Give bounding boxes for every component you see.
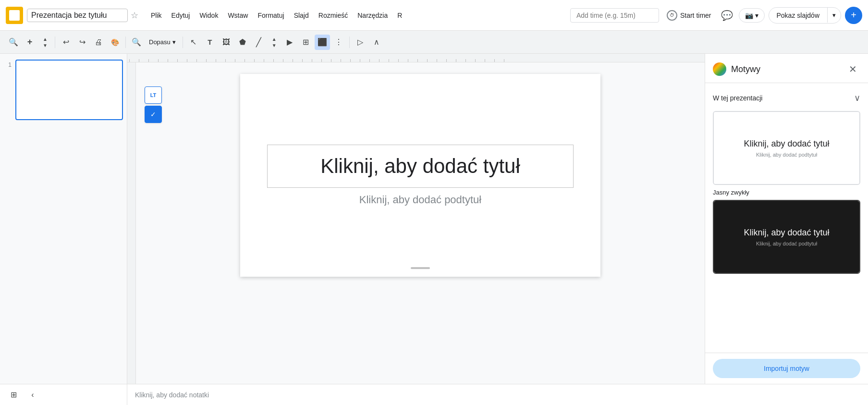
start-timer-label: Start timer	[680, 12, 711, 19]
menu-formatuj[interactable]: Formatuj	[253, 9, 289, 22]
ruler-tick	[379, 59, 389, 62]
cursor-tool-button[interactable]: ↖	[186, 35, 201, 50]
ruler-tick	[494, 59, 504, 62]
menu-edytuj[interactable]: Edytuj	[167, 9, 195, 22]
toolbar: 🔍 + ▲ ▼ ↩ ↪ 🖨 🎨 🔍 Dopasu ▾ ↖ T 🖼 ⬟ ╱ ▲ ▼…	[0, 31, 868, 54]
ruler-tick	[389, 59, 398, 62]
app-icon[interactable]	[6, 7, 23, 24]
collapse-panel-button[interactable]: ‹	[25, 387, 40, 403]
right-panel-themes: Motywy ✕ W tej prezentacji ∨ Kliknij, ab…	[705, 54, 868, 384]
section-title: W tej prezentacji	[713, 94, 762, 102]
line-tool-button[interactable]: ╱	[251, 35, 267, 50]
theme-light-title: Kliknij, aby dodać tytuł	[744, 139, 829, 149]
timer-area: ⏱ Start timer 💬 📷 ▾ Pokaz slajdów ▾ +	[570, 7, 862, 24]
right-panel-title: Motywy	[731, 64, 760, 74]
line-tool-arrows[interactable]: ▲ ▼	[268, 35, 281, 50]
comment-icon[interactable]: 💬	[719, 8, 735, 23]
timer-input[interactable]	[570, 8, 659, 23]
zoom-label: Dopasu	[149, 38, 171, 46]
menu-narzedzia[interactable]: Narzędzia	[353, 9, 392, 22]
ruler-tick	[245, 59, 254, 62]
align-tool-button[interactable]: ⬛	[315, 35, 330, 50]
ruler-tick	[302, 59, 312, 62]
bottom-left: ⊞ ‹	[0, 384, 127, 405]
right-panel-body: W tej prezentacji ∨ Kliknij, aby dodać t…	[705, 83, 868, 353]
slide-number: 1	[4, 61, 12, 68]
zoom-chevron-icon: ▾	[172, 38, 176, 46]
ruler-tick	[475, 59, 485, 62]
text-tool-button[interactable]: T	[202, 35, 218, 50]
theme-card-dark[interactable]: Kliknij, aby dodać tytuł Kliknij, aby do…	[713, 200, 860, 274]
section-chevron-icon: ∨	[854, 93, 860, 103]
undo-button[interactable]: ↩	[58, 35, 73, 50]
doc-title-input[interactable]	[27, 9, 128, 22]
menu-plik[interactable]: Plik	[146, 9, 167, 22]
menu-slajd[interactable]: Slajd	[289, 9, 314, 22]
slide-subtitle-text[interactable]: Kliknij, aby dodać podtytuł	[359, 194, 481, 206]
paint-format-button[interactable]: 🎨	[107, 35, 122, 50]
ruler-tick	[148, 59, 158, 62]
menu-wstaw[interactable]: Wstaw	[223, 9, 253, 22]
ruler-tick	[331, 59, 341, 62]
shapes-tool-button[interactable]: ⬟	[235, 35, 250, 50]
theme-card-light-preview: Kliknij, aby dodać tytuł Kliknij, aby do…	[714, 112, 859, 184]
video-tool-button[interactable]: ▶	[282, 35, 297, 50]
slide-main[interactable]: Kliknij, aby dodać tytuł Kliknij, aby do…	[240, 74, 600, 277]
ruler-tick	[408, 59, 417, 62]
ruler-tick	[446, 59, 456, 62]
slide-title-box[interactable]: Kliknij, aby dodać tytuł	[267, 145, 574, 188]
slide-thumbnail-1[interactable]	[15, 60, 123, 120]
import-theme-button[interactable]: Importuj motyw	[713, 359, 860, 378]
menu-widok[interactable]: Widok	[195, 9, 223, 22]
grid-view-button[interactable]: ⊞	[6, 387, 21, 403]
zoom-fit-button[interactable]: 🔍	[129, 35, 144, 50]
menu-r[interactable]: R	[392, 9, 407, 22]
ruler-tick	[196, 59, 206, 62]
separator-1	[55, 37, 55, 48]
ruler-marks-h	[127, 54, 513, 62]
ruler-horizontal	[127, 54, 705, 62]
ruler-tick	[177, 59, 187, 62]
ruler-tick	[360, 59, 369, 62]
close-right-panel-button[interactable]: ✕	[845, 61, 860, 77]
separator-3	[183, 37, 183, 48]
notes-area[interactable]: Kliknij, aby dodać notatki	[127, 391, 868, 399]
collapse-toolbar-button[interactable]: ∧	[369, 35, 384, 50]
slide-drag-handle	[411, 267, 430, 269]
app-icon-inner	[9, 10, 20, 21]
zoom-arrows[interactable]: ▲ ▼	[38, 35, 52, 50]
print-button[interactable]: 🖨	[91, 35, 106, 50]
add-user-button[interactable]: +	[845, 7, 862, 24]
table-tool-button[interactable]: ⊞	[298, 35, 314, 50]
theme-light-name: Jasny zwykły	[713, 189, 860, 196]
add-user-icon: +	[851, 10, 856, 21]
ruler-tick	[283, 59, 293, 62]
ruler-tick	[129, 59, 139, 62]
present-dropdown-button[interactable]: ▾	[827, 8, 841, 23]
ruler-vertical	[127, 62, 136, 384]
animate-button[interactable]: ▷	[353, 35, 368, 50]
lt-tool-button[interactable]: LT	[145, 86, 162, 104]
star-icon[interactable]: ☆	[131, 10, 138, 21]
floating-tools: LT ✓	[145, 86, 162, 123]
doc-title-area: ☆	[27, 9, 138, 22]
themes-section-header[interactable]: W tej prezentacji ∨	[713, 89, 860, 107]
theme-card-light[interactable]: Kliknij, aby dodać tytuł Kliknij, aby do…	[713, 111, 860, 185]
right-panel-header: Motywy ✕	[705, 54, 868, 83]
present-main-button[interactable]: Pokaz slajdów	[769, 8, 828, 23]
menu-rozmiec[interactable]: Rozmieść	[314, 9, 353, 22]
ruler-tick	[206, 59, 216, 62]
redo-button[interactable]: ↪	[74, 35, 90, 50]
canvas-center: Kliknij, aby dodać tytuł Kliknij, aby do…	[136, 62, 705, 384]
zoom-select[interactable]: Dopasu ▾	[145, 37, 180, 48]
search-button[interactable]: 🔍	[6, 35, 21, 50]
ruler-tick	[321, 59, 331, 62]
video-button[interactable]: 📷 ▾	[739, 8, 765, 23]
ruler-tick	[168, 59, 177, 62]
image-tool-button[interactable]: 🖼	[219, 35, 234, 50]
zoom-in-button[interactable]: +	[22, 35, 37, 50]
more-tools-button[interactable]: ⋮	[331, 35, 346, 50]
start-timer-button[interactable]: ⏱ Start timer	[663, 7, 715, 24]
right-panel-footer: Importuj motyw	[705, 353, 868, 384]
check-tool-button[interactable]: ✓	[145, 106, 162, 123]
